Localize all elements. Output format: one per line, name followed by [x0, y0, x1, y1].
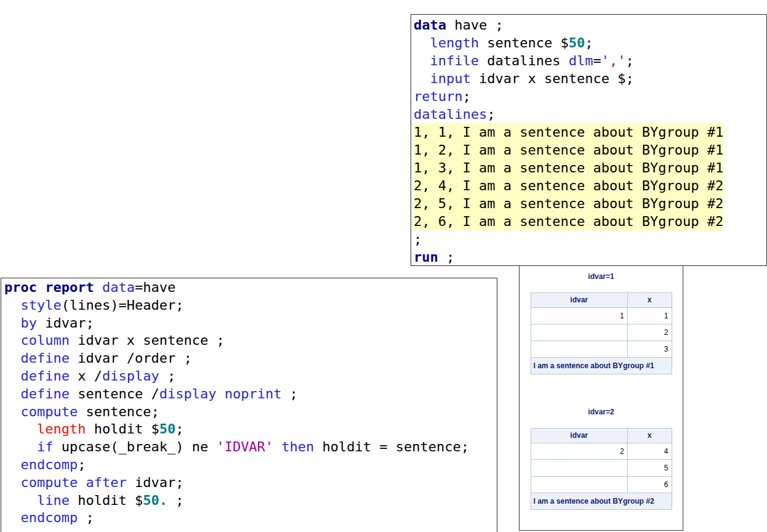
table-row: 11 — [531, 308, 672, 324]
code-token: 50 — [569, 35, 585, 50]
table-cell: 5 — [627, 460, 672, 477]
code-token: by — [21, 315, 38, 331]
column-header: x — [627, 429, 672, 443]
sas-datastep-code-block: data have ; length sentence $50; infile … — [411, 14, 767, 266]
code-token: length — [430, 35, 479, 50]
code-token: 1, 1, I am a sentence about BYgroup #1 — [414, 124, 723, 140]
code-token: ',' — [601, 53, 626, 68]
code-token: (lines)=Header; — [62, 297, 184, 313]
code-token: ; — [625, 53, 633, 68]
code-token: ; — [78, 510, 94, 525]
code-token: define — [21, 350, 70, 366]
table-row: 2 — [531, 324, 672, 341]
code-token: ; — [78, 457, 86, 472]
code-token: datalines — [479, 53, 569, 68]
code-token: have ; — [446, 17, 504, 33]
code-line: style(lines)=Header; — [4, 297, 497, 315]
code-token: ; — [414, 232, 422, 247]
code-token: ; — [281, 386, 298, 401]
code-token — [4, 493, 37, 508]
code-line: endcomp ; — [4, 509, 497, 527]
code-token — [216, 386, 224, 401]
code-token: run — [4, 528, 29, 532]
summary-line-row: I am a sentence about BYgroup #2 — [531, 493, 672, 510]
code-token: compute — [21, 475, 78, 490]
code-token: style — [21, 297, 62, 313]
code-token: compute — [21, 404, 78, 419]
code-line: data have ; — [414, 16, 766, 34]
table-cell: 1 — [531, 308, 627, 324]
code-line: infile datalines dlm=','; — [414, 52, 766, 70]
report-table: idvarx1123I am a sentence about BYgroup … — [531, 292, 672, 374]
code-token: 1, 3, I am a sentence about BYgroup #1 — [414, 160, 723, 175]
code-token: display — [102, 368, 159, 384]
code-token — [273, 439, 281, 454]
code-token: ; — [462, 89, 470, 104]
code-token: holdit $ — [86, 421, 159, 437]
code-token: upcase(_break_) ne — [53, 439, 216, 454]
code-token: data — [414, 17, 446, 33]
table-cell: 3 — [627, 341, 672, 358]
code-line-text: datalines; — [414, 107, 495, 122]
code-token — [4, 368, 21, 384]
code-line-text: return; — [414, 89, 471, 104]
code-token — [4, 404, 21, 419]
code-line-text: data have ; — [414, 17, 504, 33]
code-line: 1, 3, I am a sentence about BYgroup #1 — [414, 159, 766, 177]
code-token: define — [21, 368, 70, 384]
table-cell — [531, 324, 627, 341]
code-line: proc report data=have — [4, 279, 497, 297]
code-token — [4, 350, 21, 366]
code-line: define x /display ; — [4, 368, 497, 385]
code-line-text: ; — [414, 232, 422, 247]
table-cell — [531, 477, 627, 493]
code-token — [94, 280, 102, 295]
code-line-text: define idvar /order ; — [4, 350, 192, 366]
code-token — [4, 421, 37, 437]
table-cell — [531, 460, 627, 477]
code-token: line — [37, 493, 70, 508]
code-token: idvar x sentence $; — [471, 71, 634, 86]
code-line: run ; — [414, 248, 766, 266]
code-token: noprint — [225, 386, 282, 401]
code-token: idvar /order ; — [70, 350, 192, 366]
code-token: infile — [430, 53, 479, 68]
code-token — [4, 457, 21, 472]
code-token: column — [21, 332, 70, 348]
code-line-text: column idvar x sentence ; — [4, 332, 225, 348]
code-line: 2, 5, I am a sentence about BYgroup #2 — [414, 195, 766, 212]
code-line-text: run ; — [4, 528, 45, 532]
code-token: 50. — [143, 493, 167, 508]
code-token: if — [37, 439, 54, 454]
table-cell: 1 — [627, 308, 672, 324]
code-token: ; — [175, 421, 183, 437]
table-row: 5 — [531, 460, 672, 477]
bygroup-byline: idvar=2 — [520, 408, 683, 416]
code-token: ; — [438, 249, 455, 265]
table-cell: 2 — [627, 324, 672, 341]
code-line-text: infile datalines dlm=','; — [414, 53, 634, 68]
code-token: endcomp — [21, 457, 78, 472]
column-header: idvar — [531, 293, 627, 308]
code-line: ; — [414, 230, 766, 248]
code-token — [4, 510, 21, 525]
code-line-text: define sentence /display noprint ; — [4, 386, 298, 401]
code-token: holdit = sentence; — [314, 439, 469, 454]
code-token: dlm — [569, 53, 593, 68]
bygroup-byline: idvar=1 — [520, 272, 683, 281]
highlighted-datalines-row: 2, 6, I am a sentence about BYgroup #2 — [414, 212, 723, 230]
code-token — [414, 35, 430, 50]
highlighted-datalines-row: 2, 4, I am a sentence about BYgroup #2 — [414, 177, 723, 195]
code-line: define sentence /display noprint ; — [4, 385, 497, 403]
code-line-text: define x /display ; — [4, 368, 175, 384]
code-line-text: length holdit $50; — [4, 421, 183, 437]
code-token: define — [21, 386, 70, 401]
code-line: length holdit $50; — [4, 421, 497, 438]
code-line: 1, 2, I am a sentence about BYgroup #1 — [414, 141, 766, 159]
code-token: x / — [70, 368, 102, 384]
code-line-text: if upcase(_break_) ne 'IDVAR' then holdi… — [4, 439, 469, 454]
code-token: data — [102, 280, 135, 295]
code-line: 2, 4, I am a sentence about BYgroup #2 — [414, 177, 766, 195]
code-token: length — [37, 421, 86, 437]
code-token: 'IDVAR' — [216, 439, 273, 454]
